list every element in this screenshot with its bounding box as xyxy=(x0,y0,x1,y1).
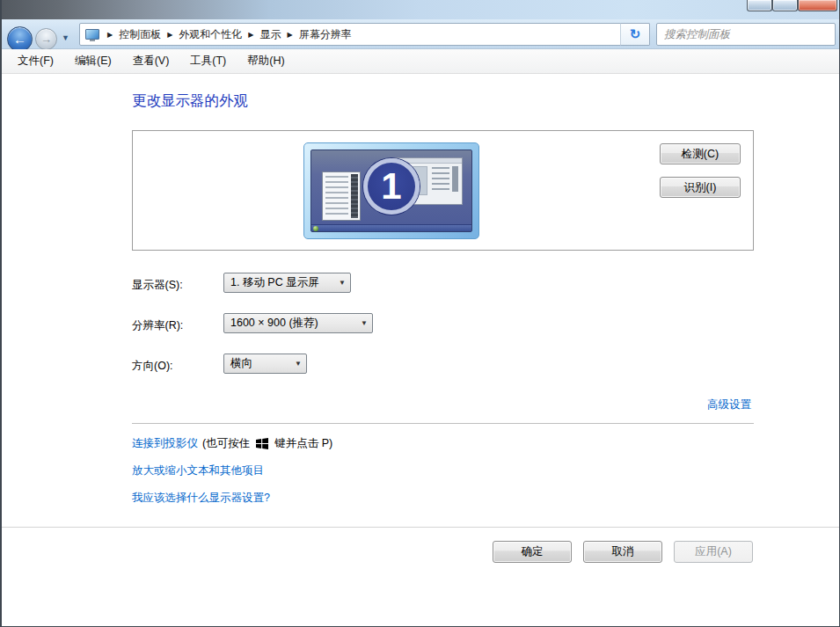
chevron-down-icon: ▼ xyxy=(356,319,372,327)
menu-file[interactable]: 文件(F) xyxy=(7,50,64,72)
mini-window-icon xyxy=(322,171,361,221)
breadcrumb-separator-icon: ▶ xyxy=(164,31,175,39)
display-label: 显示器(S): xyxy=(132,278,183,293)
divider xyxy=(132,423,754,424)
cancel-button[interactable]: 取消 xyxy=(583,541,662,563)
menu-bar: 文件(F) 编辑(E) 查看(V) 工具(T) 帮助(H) xyxy=(2,49,839,74)
breadcrumb-item-screen-resolution[interactable]: 屏幕分辨率 xyxy=(296,27,355,42)
window-titlebar xyxy=(2,0,839,19)
resolution-select[interactable]: 1600 × 900 (推荐) ▼ xyxy=(223,313,373,333)
minimize-button[interactable] xyxy=(747,0,772,11)
windows-key-icon xyxy=(256,438,268,449)
back-button[interactable]: ← xyxy=(7,26,33,52)
display-icon xyxy=(85,29,99,40)
menu-tools[interactable]: 工具(T) xyxy=(179,50,237,72)
search-input[interactable] xyxy=(657,24,835,45)
breadcrumb[interactable]: ▶ 控制面板 ▶ 外观和个性化 ▶ 显示 ▶ 屏幕分辨率 ▼ xyxy=(79,23,650,46)
page-title: 更改显示器的外观 xyxy=(132,91,248,111)
screen-resolution-window: ← → ▼ ▶ 控制面板 ▶ 外观和个性化 ▶ 显示 ▶ 屏幕分辨率 ▼ ↻ 文… xyxy=(0,0,840,627)
monitor-preview[interactable]: 1 xyxy=(303,142,479,239)
resolution-label: 分辨率(R): xyxy=(132,318,183,333)
breadcrumb-separator-icon: ▶ xyxy=(245,31,256,39)
display-settings-help-link[interactable]: 我应该选择什么显示器设置? xyxy=(132,491,270,506)
menu-view[interactable]: 查看(V) xyxy=(122,50,180,72)
detect-button[interactable]: 检测(C) xyxy=(660,143,741,164)
breadcrumb-item-appearance[interactable]: 外观和个性化 xyxy=(175,27,245,42)
apply-button[interactable]: 应用(A) xyxy=(674,541,753,563)
menu-edit[interactable]: 编辑(E) xyxy=(64,50,122,72)
menu-help[interactable]: 帮助(H) xyxy=(237,50,295,72)
search-box xyxy=(656,23,836,46)
resolution-select-value: 1600 × 900 (推荐) xyxy=(224,316,356,331)
projector-hint-post: 键并点击 P) xyxy=(274,436,332,451)
orientation-select-value: 横向 xyxy=(224,356,290,371)
chevron-down-icon: ▼ xyxy=(334,279,350,287)
breadcrumb-item-display[interactable]: 显示 xyxy=(256,27,284,42)
breadcrumb-separator-icon: ▶ xyxy=(284,31,295,39)
navigation-bar: ← → ▼ ▶ 控制面板 ▶ 外观和个性化 ▶ 显示 ▶ 屏幕分辨率 ▼ ↻ xyxy=(2,19,839,49)
orientation-label: 方向(O): xyxy=(132,359,173,374)
mini-start-orb-icon xyxy=(313,226,318,231)
identify-button[interactable]: 识别(I) xyxy=(660,177,741,198)
divider xyxy=(2,527,839,528)
window-controls xyxy=(747,0,837,11)
forward-button[interactable]: → xyxy=(35,28,57,50)
maximize-button[interactable] xyxy=(772,0,798,11)
projector-row: 连接到投影仪 (也可按住 键并点击 P) xyxy=(132,436,332,451)
display-select-value: 1. 移动 PC 显示屏 xyxy=(224,275,334,290)
mini-window-scrollbar xyxy=(452,166,458,192)
history-chevron-icon[interactable]: ▼ xyxy=(62,33,69,42)
chevron-down-icon: ▼ xyxy=(290,360,306,368)
mini-window-lines xyxy=(325,176,348,216)
mini-taskbar xyxy=(311,224,471,231)
monitor-screen: 1 xyxy=(310,149,472,232)
advanced-settings-link[interactable]: 高级设置 xyxy=(707,397,751,412)
display-select[interactable]: 1. 移动 PC 显示屏 ▼ xyxy=(223,273,351,293)
connect-projector-link[interactable]: 连接到投影仪 xyxy=(132,436,198,451)
projector-hint-pre: (也可按住 xyxy=(202,436,250,451)
mini-window-lines xyxy=(432,167,449,193)
breadcrumb-item-control-panel[interactable]: 控制面板 xyxy=(115,27,164,42)
close-button[interactable] xyxy=(798,0,837,11)
breadcrumb-separator-icon: ▶ xyxy=(105,31,115,39)
magnify-text-link[interactable]: 放大或缩小文本和其他项目 xyxy=(132,463,264,478)
monitor-number-badge: 1 xyxy=(363,158,420,215)
refresh-button[interactable]: ↻ xyxy=(620,23,650,46)
orientation-select[interactable]: 横向 ▼ xyxy=(223,354,307,374)
ok-button[interactable]: 确定 xyxy=(493,541,572,563)
mini-window-scrollbar xyxy=(351,174,358,218)
